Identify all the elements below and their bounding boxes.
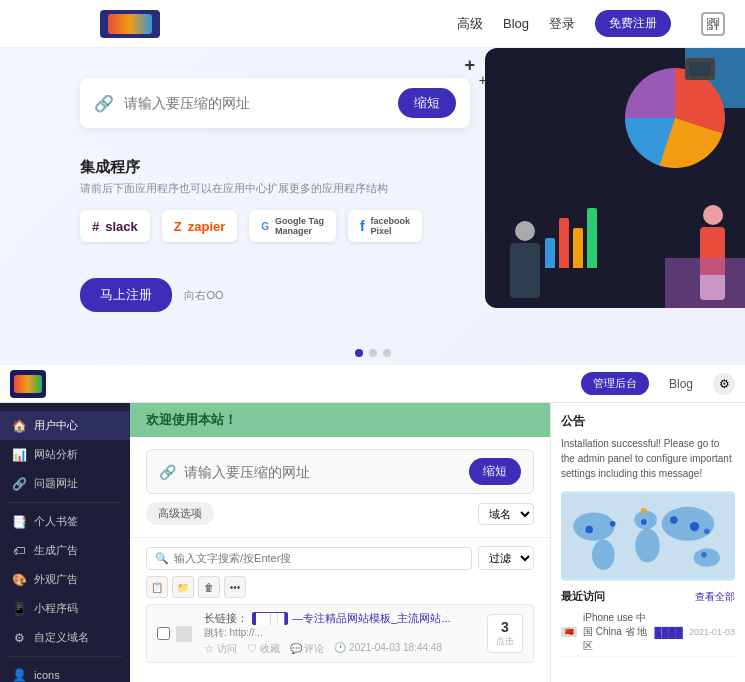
welcome-bar: 欢迎使用本站！ [130, 403, 550, 437]
filter-select[interactable]: 过滤 [478, 546, 534, 570]
link-favicon [176, 626, 192, 642]
nav-blog[interactable]: Blog [503, 16, 529, 31]
slack-logo[interactable]: # slack [80, 210, 150, 242]
sidebar-divider [8, 502, 122, 503]
dot-1[interactable] [355, 349, 363, 357]
bookmark-icon: 📑 [12, 515, 26, 529]
link-title[interactable]: —专注精品网站模板_主流网站... [292, 611, 450, 626]
zapier-logo[interactable]: Z zapier [162, 210, 238, 242]
view-all-link[interactable]: 查看全部 [695, 590, 735, 604]
register-main-button[interactable]: 马上注册 [80, 278, 172, 312]
dashboard-header: 管理后台 Blog ⚙ [0, 365, 745, 403]
landing-header: 高级 Blog 登录 免费注册 [0, 0, 745, 48]
link-meta: ☆ 访问 ♡ 收藏 💬 评论 🕐 2021-04-03 18:44:48 [204, 642, 479, 656]
country-flag: 🇨🇳 [561, 627, 577, 637]
sidebar-item-bookmarks[interactable]: 📑 个人书签 [0, 507, 130, 536]
svg-point-9 [573, 512, 614, 540]
slack-label: slack [105, 219, 138, 234]
svg-point-12 [635, 528, 659, 562]
sidebar-item-label: 小程序码 [34, 601, 78, 616]
svg-point-17 [641, 519, 647, 525]
pagination-dots [355, 349, 391, 357]
link-comments: 💬 评论 [290, 642, 325, 656]
svg-rect-3 [709, 20, 711, 22]
folder-action-icon[interactable]: 📁 [172, 576, 194, 598]
sidebar-item-label: 自定义域名 [34, 630, 89, 645]
sidebar-item-miniapp[interactable]: 📱 小程序码 [0, 594, 130, 623]
sidebar-divider-2 [8, 656, 122, 657]
shortener-options-row: 高级选项 域名 [146, 502, 534, 525]
admin-panel-button[interactable]: 管理后台 [581, 372, 649, 395]
nav-login[interactable]: 登录 [549, 15, 575, 33]
integrations-title: 集成程序 [80, 158, 665, 177]
recent-link-url[interactable]: ████ [655, 627, 683, 638]
domain-select[interactable]: 域名 [478, 503, 534, 525]
shortener-area: 🔗 缩短 高级选项 域名 [130, 437, 550, 538]
recent-title: 最近访问 [561, 589, 605, 604]
device-info: iPhone use 中国 China 省 地区 [583, 611, 649, 653]
announcement-title: 公告 [561, 413, 735, 430]
sidebar-item-label: 用户中心 [34, 418, 78, 433]
link-favorites: ♡ 收藏 [247, 642, 280, 656]
sidebar-item-icons[interactable]: 👤 icons [0, 661, 130, 682]
link-row-main: 长链接： ████ —专注精品网站模板_主流网站... 跳转: http://.… [204, 611, 479, 656]
svg-point-13 [662, 507, 715, 541]
url-input-container: 🔗 缩短 [80, 78, 470, 128]
search-input[interactable] [174, 552, 463, 564]
delete-action-icon[interactable]: 🗑 [198, 576, 220, 598]
sidebar-item-ads[interactable]: 🏷 生成广告 [0, 536, 130, 565]
ads-icon: 🏷 [12, 544, 26, 558]
copy-action-icon[interactable]: 📋 [146, 576, 168, 598]
miniapp-icon: 📱 [12, 602, 26, 616]
shortener-input-field[interactable] [184, 464, 469, 480]
clicks-label: 点击 [496, 635, 514, 648]
sidebar: 🏠 用户中心 📊 网站分析 🔗 问题网址 📑 个人书签 🏷 生成广告 🎨 [0, 403, 130, 682]
integrations-section: 集成程序 请前后下面应用程序也可以在应用中心扩展更多的应用程序结构 # slac… [80, 158, 665, 242]
nav-register-button[interactable]: 免费注册 [595, 10, 671, 37]
link-checkbox[interactable] [157, 627, 170, 640]
link-full-url: 跳转: http://... [204, 626, 479, 640]
advanced-options-button[interactable]: 高级选项 [146, 502, 214, 525]
sidebar-item-domain[interactable]: ⚙ 自定义域名 [0, 623, 130, 652]
svg-point-10 [592, 540, 615, 570]
nav-premium[interactable]: 高级 [457, 15, 483, 33]
clicks-count: 3 [501, 619, 509, 635]
links-toolbar: 🔍 过滤 [146, 546, 534, 570]
facebook-logo[interactable]: f facebookPixel [348, 210, 422, 242]
dot-3[interactable] [383, 349, 391, 357]
link-input-icon: 🔗 [159, 464, 176, 480]
shortener-btn[interactable]: 缩短 [469, 458, 521, 485]
illus-accent-2 [665, 258, 745, 308]
sidebar-item-links[interactable]: 🔗 问题网址 [0, 469, 130, 498]
svg-rect-5 [709, 27, 711, 29]
links-actions: 📋 📁 🗑 ••• [146, 576, 534, 598]
integration-logos: # slack Z zapier G Google TagManager f f… [80, 210, 665, 242]
google-logo[interactable]: G Google TagManager [249, 210, 336, 242]
zapier-label: zapier [188, 219, 226, 234]
qr-scan-icon[interactable] [701, 12, 725, 36]
url-input[interactable] [124, 95, 398, 111]
link-short-url: ████ [252, 612, 288, 625]
dashboard-blog-link[interactable]: Blog [669, 377, 693, 391]
shorten-button[interactable]: 缩短 [398, 88, 456, 118]
more-action-icon[interactable]: ••• [224, 576, 246, 598]
main-content: 欢迎使用本站！ 🔗 缩短 高级选项 域名 [130, 403, 550, 682]
nav-links: 高级 Blog 登录 免费注册 [457, 10, 725, 37]
sidebar-item-usercenter[interactable]: 🏠 用户中心 [0, 411, 130, 440]
settings-gear-icon[interactable]: ⚙ [713, 373, 735, 395]
right-panel: 公告 Installation successful! Please go to… [550, 403, 745, 682]
link-visits: ☆ 访问 [204, 642, 237, 656]
recent-visits-header: 最近访问 查看全部 [561, 589, 735, 604]
sidebar-item-theme-ads[interactable]: 🎨 外观广告 [0, 565, 130, 594]
map-svg [561, 491, 735, 581]
sidebar-item-label: icons [34, 669, 60, 681]
dashboard-logo-image [14, 375, 42, 393]
svg-point-20 [704, 528, 710, 534]
sidebar-item-analytics[interactable]: 📊 网站分析 [0, 440, 130, 469]
svg-point-21 [701, 552, 707, 558]
search-input-row: 🔍 [146, 547, 472, 570]
home-icon: 🏠 [12, 419, 26, 433]
dashboard-body: 🏠 用户中心 📊 网站分析 🔗 问题网址 📑 个人书签 🏷 生成广告 🎨 [0, 403, 745, 682]
recent-visit-item: 🇨🇳 iPhone use 中国 China 省 地区 ████ 2021-01… [561, 608, 735, 657]
dot-2[interactable] [369, 349, 377, 357]
